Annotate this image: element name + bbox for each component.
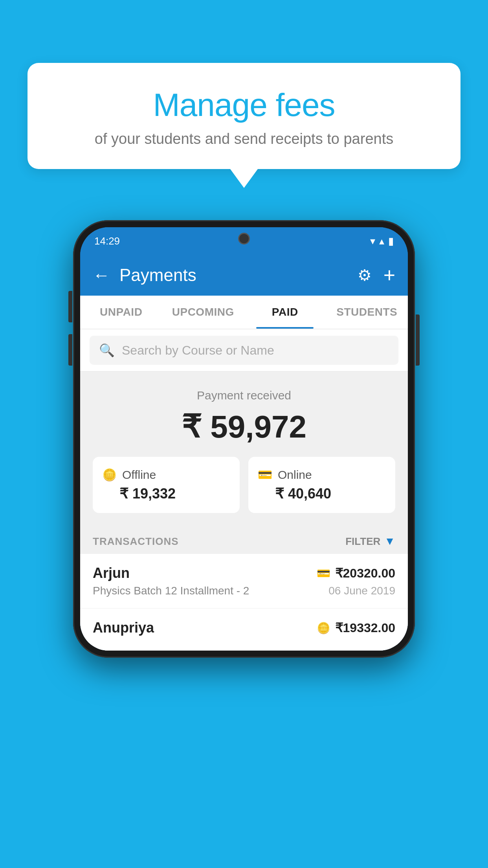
- online-amount: ₹ 40,640: [275, 485, 386, 502]
- screen-content: 🔍 Search by Course or Name Payment recei…: [80, 329, 408, 651]
- transaction-name: Anupriya: [93, 620, 154, 636]
- transaction-row[interactable]: Anupriya 🪙 ₹19332.00: [80, 609, 408, 651]
- payment-summary: Payment received ₹ 59,972 🪙 Offline ₹ 19…: [80, 371, 408, 526]
- online-card-header: 💳 Online: [258, 468, 386, 482]
- online-card: 💳 Online ₹ 40,640: [248, 457, 395, 513]
- tabs-bar: UNPAID UPCOMING PAID STUDENTS: [80, 296, 408, 329]
- status-bar: 14:29 ▾ ▴ ▮: [80, 227, 408, 255]
- tab-students[interactable]: STUDENTS: [326, 296, 408, 329]
- offline-icon: 🪙: [102, 468, 117, 482]
- offline-payment-icon: 🪙: [317, 622, 330, 634]
- transaction-row[interactable]: Arjun 💳 ₹20320.00 Physics Batch 12 Insta…: [80, 554, 408, 609]
- header-actions: ⚙ +: [358, 263, 395, 287]
- card-payment-icon: 💳: [317, 567, 330, 580]
- transaction-amount: ₹20320.00: [335, 566, 395, 581]
- online-label: Online: [278, 468, 312, 482]
- app-header: ← Payments ⚙ +: [80, 255, 408, 296]
- volume-up-button: [68, 291, 72, 322]
- payment-total-amount: ₹ 59,972: [93, 408, 395, 445]
- transaction-amount: ₹19332.00: [335, 620, 395, 635]
- online-icon: 💳: [258, 468, 272, 482]
- transactions-header: TRANSACTIONS FILTER ▼: [80, 526, 408, 554]
- page-title: Payments: [119, 265, 348, 285]
- phone-shell: 14:29 ▾ ▴ ▮ ← Payments ⚙ + UNPAID: [73, 220, 415, 658]
- transaction-name: Arjun: [93, 565, 130, 581]
- transaction-date: 06 June 2019: [328, 585, 395, 597]
- tab-upcoming[interactable]: UPCOMING: [162, 296, 244, 329]
- status-icons: ▾ ▴ ▮: [370, 235, 394, 247]
- add-icon[interactable]: +: [383, 263, 395, 287]
- search-icon: 🔍: [99, 343, 115, 358]
- transactions-label: TRANSACTIONS: [93, 535, 179, 548]
- bubble-subtitle: of your students and send receipts to pa…: [47, 131, 441, 147]
- battery-icon: ▮: [388, 235, 394, 247]
- payment-received-label: Payment received: [93, 389, 395, 402]
- power-button: [416, 314, 420, 366]
- wifi-icon: ▾: [370, 235, 375, 247]
- settings-icon[interactable]: ⚙: [358, 266, 372, 284]
- signal-icon: ▴: [379, 235, 384, 247]
- search-input[interactable]: Search by Course or Name: [122, 343, 274, 358]
- transaction-amount-wrap: 💳 ₹20320.00: [317, 566, 395, 581]
- transaction-amount-wrap: 🪙 ₹19332.00: [317, 620, 395, 635]
- filter-label: FILTER: [345, 535, 380, 548]
- offline-label: Offline: [122, 468, 156, 482]
- phone-device: 14:29 ▾ ▴ ▮ ← Payments ⚙ + UNPAID: [73, 220, 415, 658]
- payment-cards: 🪙 Offline ₹ 19,332 💳 Online ₹ 40,640: [93, 457, 395, 513]
- offline-card-header: 🪙 Offline: [102, 468, 230, 482]
- transaction-bottom: Physics Batch 12 Installment - 2 06 June…: [93, 585, 395, 597]
- filter-button[interactable]: FILTER ▼: [345, 535, 395, 548]
- speech-bubble: Manage fees of your students and send re…: [28, 63, 460, 169]
- front-camera: [238, 233, 250, 245]
- phone-screen: 14:29 ▾ ▴ ▮ ← Payments ⚙ + UNPAID: [80, 227, 408, 651]
- status-time: 14:29: [94, 235, 120, 247]
- tab-paid[interactable]: PAID: [244, 296, 326, 329]
- bubble-title: Manage fees: [47, 86, 441, 123]
- offline-amount: ₹ 19,332: [119, 485, 230, 502]
- transaction-course: Physics Batch 12 Installment - 2: [93, 585, 249, 597]
- volume-down-button: [68, 334, 72, 366]
- search-bar[interactable]: 🔍 Search by Course or Name: [90, 336, 398, 365]
- tab-unpaid[interactable]: UNPAID: [80, 296, 162, 329]
- offline-card: 🪙 Offline ₹ 19,332: [93, 457, 240, 513]
- transaction-top: Arjun 💳 ₹20320.00: [93, 565, 395, 581]
- back-button[interactable]: ←: [93, 265, 110, 285]
- filter-icon: ▼: [384, 535, 395, 548]
- transaction-top: Anupriya 🪙 ₹19332.00: [93, 620, 395, 636]
- search-bar-wrap: 🔍 Search by Course or Name: [80, 329, 408, 371]
